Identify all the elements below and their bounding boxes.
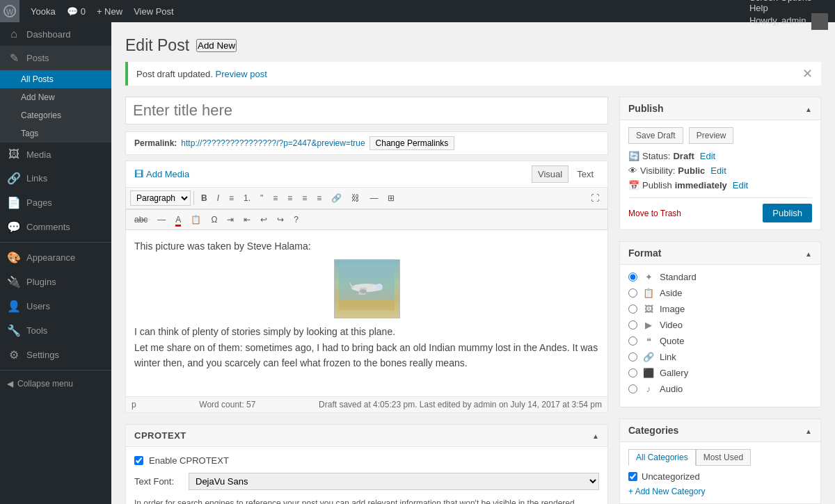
sidebar-item-tags[interactable]: Tags	[0, 124, 111, 143]
view-post-link[interactable]: View Post	[134, 6, 174, 17]
hr-btn[interactable]: —	[153, 213, 170, 227]
font-color-btn[interactable]: A	[171, 213, 185, 227]
format-gallery-radio[interactable]	[628, 368, 637, 377]
sidebar-item-posts[interactable]: ✎ Posts	[0, 46, 111, 70]
paragraph-select[interactable]: Paragraph	[130, 190, 191, 206]
sidebar-item-media[interactable]: 🖼 Media	[0, 143, 111, 166]
format-audio-radio[interactable]	[628, 384, 637, 393]
wp-logo[interactable]: W	[0, 0, 19, 22]
sidebar-item-settings[interactable]: ⚙ Settings	[0, 343, 111, 367]
format-quote-radio[interactable]	[628, 336, 637, 346]
strikethrough-btn[interactable]: abc	[130, 213, 152, 227]
align-center-btn[interactable]: ≡	[283, 191, 296, 205]
sidebar-item-dashboard[interactable]: ⌂ Dashboard	[0, 22, 111, 46]
sidebar-item-plugins[interactable]: 🔌 Plugins	[0, 270, 111, 294]
status-edit-link[interactable]: Edit	[700, 151, 715, 161]
format-image-label[interactable]: Image	[660, 304, 685, 314]
publish-button[interactable]: Publish	[763, 204, 812, 222]
categories-toggle-icon[interactable]	[805, 425, 812, 436]
notice-dismiss-btn[interactable]: ✕	[802, 67, 813, 80]
sidebar-item-tools[interactable]: 🔧 Tools	[0, 318, 111, 343]
main-layout: ⌂ Dashboard ✎ Posts All Posts Add New Ca…	[0, 22, 835, 504]
align-left-btn[interactable]: ≡	[269, 191, 282, 205]
posts-icon: ✎	[7, 51, 21, 65]
help-btn[interactable]: ?	[289, 213, 303, 227]
sidebar-item-all-posts[interactable]: All Posts	[0, 70, 111, 88]
new-post-link[interactable]: + New	[97, 6, 122, 17]
move-to-trash-link[interactable]: Move to Trash	[628, 209, 681, 218]
sidebar-item-categories[interactable]: Categories	[0, 106, 111, 124]
add-media-btn[interactable]: 🎞 Add Media	[134, 169, 189, 179]
blockquote-btn[interactable]: "	[256, 191, 267, 205]
table-btn[interactable]: ⊞	[383, 191, 399, 205]
redo-btn[interactable]: ↪	[273, 213, 288, 227]
bold-btn[interactable]: B	[197, 191, 212, 205]
paste-text-btn[interactable]: 📋	[186, 213, 205, 227]
font-select[interactable]: DejaVu Sans	[189, 473, 599, 490]
italic-btn[interactable]: I	[213, 191, 223, 205]
format-audio-label[interactable]: Audio	[660, 384, 683, 394]
post-title-input[interactable]	[125, 97, 608, 124]
visual-tab[interactable]: Visual	[532, 165, 568, 183]
preview-btn[interactable]: Preview	[689, 127, 734, 144]
insert-btn[interactable]: —	[365, 191, 382, 205]
publish-panel-body: Save Draft Preview 🔄 Status: Draft Edit …	[620, 120, 820, 229]
outdent-btn[interactable]: ⇤	[239, 213, 255, 227]
undo-btn[interactable]: ↩	[256, 213, 271, 227]
help-btn[interactable]: Help	[749, 3, 768, 13]
word-count-area: Word count: 57	[199, 400, 255, 409]
sidebar-item-appearance[interactable]: 🎨 Appearance	[0, 245, 111, 270]
ol-btn[interactable]: 1.	[239, 191, 255, 205]
publish-edit-link[interactable]: Edit	[733, 180, 748, 190]
add-new-button[interactable]: Add New	[196, 39, 237, 52]
visibility-edit-link[interactable]: Edit	[710, 165, 726, 176]
unlink-btn[interactable]: ⛓	[347, 191, 364, 205]
format-image-radio[interactable]	[628, 304, 637, 314]
ul-btn[interactable]: ≡	[225, 191, 238, 205]
format-link-radio[interactable]	[628, 352, 637, 361]
align-justify-btn[interactable]: ≡	[312, 191, 326, 205]
sidebar-item-add-new[interactable]: Add New	[0, 88, 111, 106]
format-toggle-icon[interactable]	[805, 248, 812, 259]
save-draft-btn[interactable]: Save Draft	[628, 127, 683, 144]
all-categories-tab[interactable]: All Categories	[628, 449, 696, 466]
align-right-btn[interactable]: ≡	[298, 191, 311, 205]
format-aside-radio[interactable]	[628, 288, 637, 298]
format-video-label[interactable]: Video	[660, 320, 683, 330]
preview-post-link[interactable]: Preview post	[215, 69, 267, 79]
category-uncategorized-checkbox[interactable]	[628, 472, 637, 481]
link-btn[interactable]: 🔗	[327, 191, 346, 205]
indent-btn[interactable]: ⇥	[223, 213, 238, 227]
cprotext-header[interactable]: CPROTEXT	[126, 425, 607, 447]
permalink-label: Permalink:	[134, 138, 177, 148]
format-aside-label[interactable]: Aside	[660, 288, 683, 298]
format-gallery-label[interactable]: Gallery	[660, 368, 688, 378]
permalink-box: Permalink: http://????????????????/?p=24…	[125, 131, 608, 155]
enable-cprotext-checkbox[interactable]	[134, 456, 143, 465]
site-name[interactable]: Yooka	[31, 6, 56, 17]
notifications[interactable]: 💬 0	[67, 6, 86, 17]
sidebar-item-comments[interactable]: 💬 Comments	[0, 215, 111, 239]
format-video-radio[interactable]	[628, 320, 637, 330]
collapse-menu-btn[interactable]: ◀ Collapse menu	[0, 373, 111, 394]
enable-cprotext-label[interactable]: Enable CPROTEXT	[149, 455, 229, 466]
text-tab[interactable]: Text	[571, 165, 599, 183]
editor-content-area[interactable]: This picture was taken by Steve Halama:	[125, 230, 608, 397]
format-standard-radio[interactable]	[628, 273, 637, 282]
add-new-category-link[interactable]: + Add New Category	[628, 487, 705, 496]
format-link-label[interactable]: Link	[660, 352, 676, 362]
most-used-tab[interactable]: Most Used	[696, 449, 751, 466]
video-icon: ▶	[643, 320, 654, 330]
publish-toggle-icon[interactable]	[805, 104, 812, 114]
change-permalinks-btn[interactable]: Change Permalinks	[369, 136, 455, 150]
category-uncategorized-label[interactable]: Uncategorized	[642, 471, 700, 482]
fullscreen-btn[interactable]: ⛶	[587, 191, 603, 205]
special-chars-btn[interactable]: Ω	[207, 213, 221, 227]
format-quote-label[interactable]: Quote	[660, 336, 684, 346]
sidebar-item-users[interactable]: 👤 Users	[0, 294, 111, 318]
permalink-url[interactable]: http://????????????????/?p=2447&preview=…	[181, 138, 365, 148]
sidebar-item-links[interactable]: 🔗 Links	[0, 166, 111, 190]
menu-separator-1	[0, 242, 111, 243]
format-standard-label[interactable]: Standard	[660, 272, 697, 282]
sidebar-item-pages[interactable]: 📄 Pages	[0, 190, 111, 215]
